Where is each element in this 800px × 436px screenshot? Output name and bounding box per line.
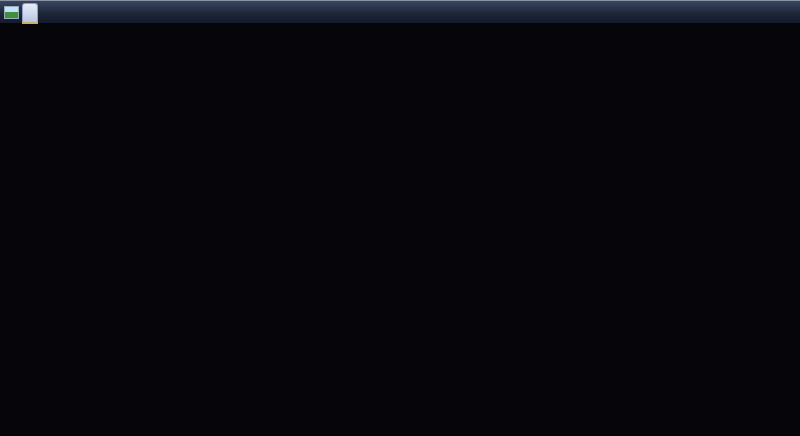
- chart-window: [0, 0, 800, 436]
- chart-canvas[interactable]: [0, 1, 800, 436]
